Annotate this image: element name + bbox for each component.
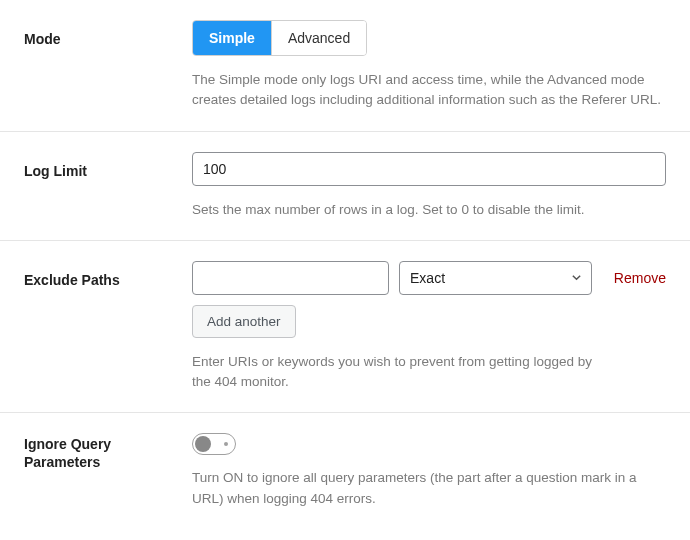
log-limit-label: Log Limit (24, 163, 87, 179)
toggle-indicator-dot (224, 442, 228, 446)
mode-segmented: Simple Advanced (192, 20, 367, 56)
remove-path-link[interactable]: Remove (614, 270, 666, 286)
mode-help: The Simple mode only logs URI and access… (192, 70, 666, 111)
log-limit-help: Sets the max number of rows in a log. Se… (192, 200, 666, 220)
mode-advanced-button[interactable]: Advanced (271, 21, 366, 55)
path-row: Exact Remove (192, 261, 666, 295)
ignore-query-toggle[interactable] (192, 433, 236, 455)
exclude-path-match-select[interactable]: Exact (399, 261, 592, 295)
ignore-query-label: Ignore Query Parameters (24, 436, 111, 470)
ignore-query-help: Turn ON to ignore all query parameters (… (192, 468, 666, 509)
mode-label: Mode (24, 31, 61, 47)
exclude-paths-label: Exclude Paths (24, 272, 120, 288)
log-limit-input[interactable] (192, 152, 666, 186)
exclude-path-input[interactable] (192, 261, 389, 295)
mode-simple-button[interactable]: Simple (193, 21, 271, 55)
add-another-button[interactable]: Add another (192, 305, 296, 338)
toggle-knob (195, 436, 211, 452)
exclude-paths-help: Enter URIs or keywords you wish to preve… (192, 352, 592, 393)
